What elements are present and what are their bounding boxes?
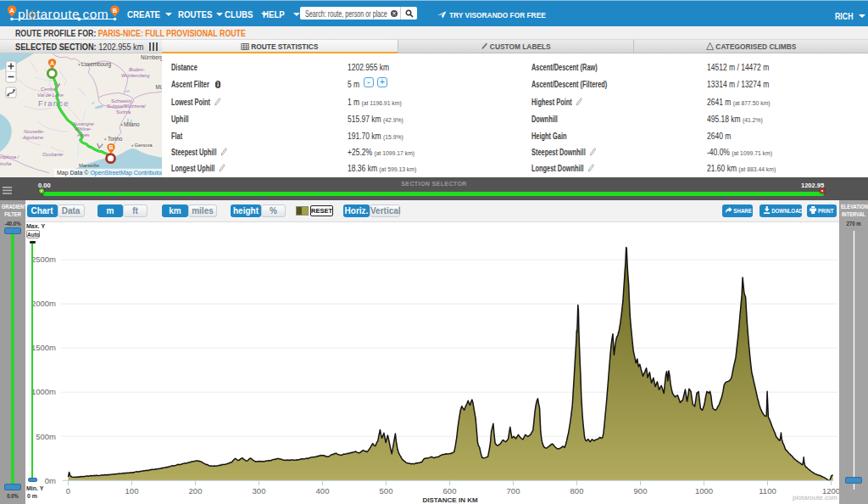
- svg-text:700: 700: [507, 486, 520, 496]
- svg-text:Centre-: Centre-: [41, 87, 57, 92]
- svg-text:DISTANCE IN KM: DISTANCE IN KM: [422, 496, 478, 504]
- svg-text:2000m: 2000m: [31, 299, 56, 308]
- svg-text:Val de Loire: Val de Loire: [37, 92, 64, 98]
- svg-text:Auvergne: Auvergne: [72, 121, 95, 126]
- svg-text:Marseille: Marseille: [79, 163, 100, 168]
- svg-text:200: 200: [189, 486, 203, 496]
- svg-text:Genova: Genova: [135, 143, 153, 148]
- svg-text:Münc: Münc: [156, 84, 163, 90]
- svg-text:plotaroute: plotaroute: [18, 7, 80, 21]
- svg-text:A: A: [50, 60, 54, 66]
- svg-text:0m: 0m: [45, 476, 56, 485]
- svg-text:Nürnberg: Nürnberg: [141, 54, 162, 61]
- svg-text:Aquitaine: Aquitaine: [22, 135, 44, 140]
- svg-text:0: 0: [66, 486, 70, 496]
- svg-text:100: 100: [125, 486, 139, 496]
- svg-text:B: B: [113, 7, 118, 14]
- svg-text:truña: truña: [0, 161, 12, 166]
- svg-text:Occitanie: Occitanie: [42, 152, 64, 157]
- svg-text:500m: 500m: [36, 432, 56, 441]
- svg-text:Rhône-: Rhône-: [75, 126, 92, 132]
- svg-text:900: 900: [634, 486, 648, 496]
- svg-text:800: 800: [570, 486, 584, 496]
- svg-text:300: 300: [253, 486, 266, 496]
- svg-text:Svizra: Svizra: [116, 109, 131, 115]
- svg-text:A: A: [9, 7, 14, 14]
- svg-text:Nouvelle-: Nouvelle-: [24, 129, 45, 134]
- svg-text:France: France: [38, 98, 70, 108]
- svg-text:Torino: Torino: [108, 136, 123, 142]
- svg-text:2500m: 2500m: [31, 255, 56, 264]
- svg-text:Luxembourg: Luxembourg: [81, 61, 112, 68]
- svg-text:com: com: [83, 7, 108, 21]
- svg-text:1500m: 1500m: [31, 343, 56, 352]
- svg-text:1000m: 1000m: [31, 387, 56, 396]
- svg-text:plotaroute.com: plotaroute.com: [793, 494, 837, 501]
- svg-text:Alpes: Alpes: [76, 132, 90, 137]
- svg-text:Boden-: Boden-: [129, 67, 145, 72]
- svg-text:Milano: Milano: [124, 121, 140, 127]
- svg-text:1100: 1100: [759, 486, 776, 496]
- svg-text:600: 600: [443, 486, 457, 496]
- svg-text:1000: 1000: [695, 486, 713, 496]
- svg-text:500: 500: [380, 486, 393, 496]
- svg-text:B: B: [108, 144, 113, 150]
- svg-text:Map Data © OpenStreetMap Contr: Map Data © OpenStreetMap Contributors: [57, 170, 162, 176]
- svg-text:Württemberg: Württemberg: [121, 73, 150, 78]
- svg-text:mplona /: mplona /: [0, 154, 20, 160]
- svg-text:400: 400: [316, 486, 330, 496]
